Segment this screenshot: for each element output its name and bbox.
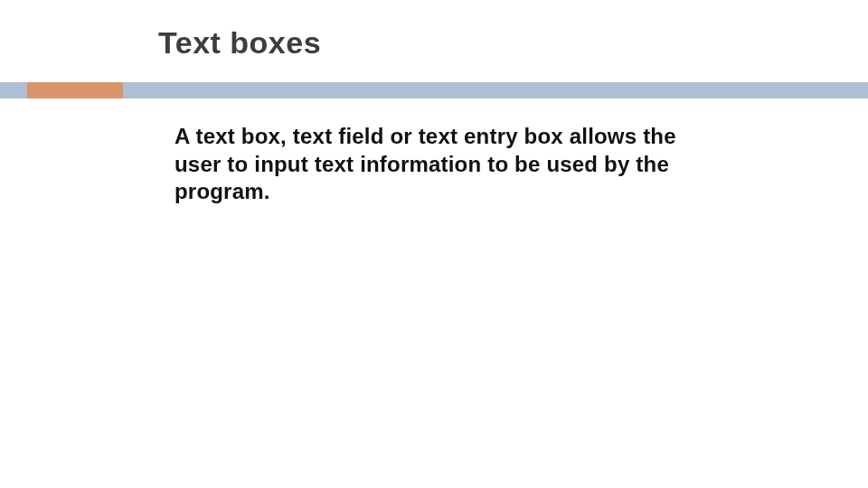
slide-body-text: A text box, text field or text entry box… [175, 123, 681, 206]
slide-container: Text boxes A text box, text field or tex… [0, 0, 868, 488]
divider-accent [27, 82, 123, 99]
slide-title: Text boxes [158, 25, 321, 61]
divider-bar [0, 82, 868, 99]
